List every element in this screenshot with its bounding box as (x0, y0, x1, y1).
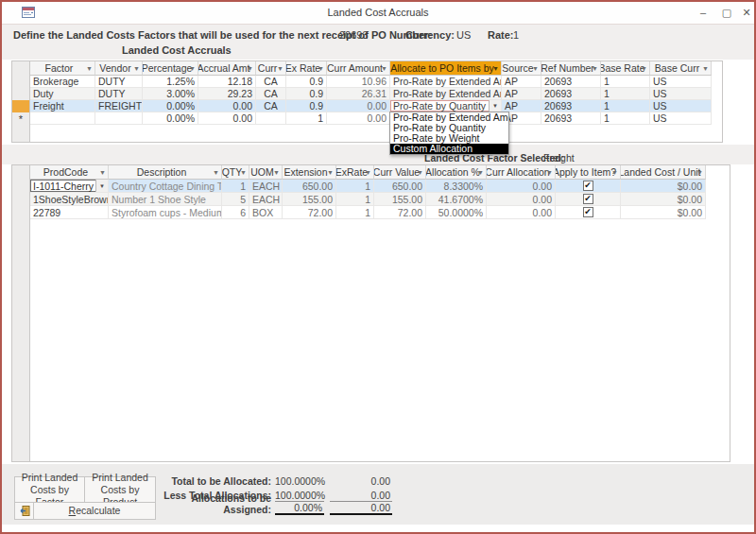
select-all-header[interactable] (12, 61, 30, 76)
col-header-base-rate[interactable]: Base Rate▼ (601, 61, 650, 76)
dropdown-option-custom-allocation[interactable]: Custom Allocation (390, 144, 508, 154)
cell-percentage[interactable]: 0.00% (143, 112, 198, 125)
cell-accrual-amt[interactable]: 0.00 (198, 112, 256, 125)
cell-curr[interactable]: CA (256, 100, 286, 112)
cell-extension[interactable]: 650.00 (283, 180, 336, 193)
dropdown-option-extended-amount[interactable]: Pro-Rate by Extended Amount (390, 112, 508, 123)
currency-value[interactable]: US (456, 29, 471, 41)
cell-allocate[interactable]: Pro-Rate by Extended Amount (390, 76, 502, 88)
cell-prodcode[interactable]: 1ShoeStyleBrownS (30, 193, 109, 206)
cell-uom[interactable]: EACH (249, 193, 283, 206)
cell-source[interactable]: AP (502, 88, 541, 100)
cell-vendor[interactable]: FREIGHT (95, 100, 143, 112)
cell-curr-amount[interactable]: 10.96 (327, 76, 390, 88)
col-header-curr-allocation[interactable]: Curr Allocation▼ (487, 165, 556, 180)
cell-curr-value[interactable]: 72.00 (374, 206, 426, 219)
row-selector[interactable] (12, 206, 30, 219)
col-header-curr-amount[interactable]: Curr Amount▼ (327, 61, 390, 76)
cell-base-rate[interactable]: 1 (601, 76, 650, 88)
cell-accrual-amt[interactable]: 12.18 (198, 76, 256, 88)
cell-curr-value[interactable]: 155.00 (374, 193, 426, 206)
combo-dropdown-button[interactable]: ▼ (489, 100, 501, 112)
apply-checkbox[interactable]: ✔ (583, 181, 593, 191)
col-header-factor[interactable]: Factor▼ (30, 61, 95, 76)
cell-curr-allocation[interactable]: 0.00 (487, 193, 556, 206)
col-header-accrual-amt[interactable]: Accrual Amt▼ (198, 61, 256, 76)
cell-allocation-pct[interactable]: 41.6700% (426, 193, 487, 206)
cell-base-curr[interactable]: US (650, 100, 712, 112)
col-header-ex-rate[interactable]: Ex Rate▼ (286, 61, 327, 76)
cell-description[interactable]: Country Cottage Dining Table (109, 180, 222, 193)
dropdown-option-weight[interactable]: Pro-Rate by Weight (390, 133, 508, 144)
col-header-description[interactable]: Description▼ (109, 165, 222, 180)
col-header-vendor[interactable]: Vendor▼ (95, 61, 143, 76)
cell-uom[interactable]: BOX (249, 206, 283, 219)
col-header-uom[interactable]: UOM▼ (249, 165, 283, 180)
cell-base-rate[interactable]: 1 (601, 112, 650, 125)
cell-curr[interactable] (256, 112, 286, 125)
cell-curr-amount[interactable]: 0.00 (327, 100, 390, 112)
col-header-landed-cost-unit[interactable]: Landed Cost / Unit▼ (621, 165, 706, 180)
cell-vendor[interactable]: DUTY (95, 88, 143, 100)
dropdown-option-quantity[interactable]: Pro-Rate by Quantity (390, 123, 508, 133)
cell-qty[interactable]: 5 (222, 193, 249, 206)
prodcode-combo-box[interactable]: I-1011-Cherry ▼ (30, 180, 109, 193)
apply-checkbox[interactable]: ✔ (583, 194, 593, 204)
recalculate-button[interactable]: Recalculate (33, 502, 156, 520)
po-number-value[interactable]: 20693 (339, 29, 369, 41)
rate-value[interactable]: 1 (513, 29, 519, 41)
row-selector[interactable] (12, 76, 30, 88)
cell-landed-cost-unit[interactable]: $0.00 (621, 206, 706, 219)
cell-factor[interactable]: Brokerage (30, 76, 95, 88)
col-header-curr[interactable]: Curr▼ (256, 61, 286, 76)
col-header-source[interactable]: Source▼ (502, 61, 541, 76)
cell-landed-cost-unit[interactable]: $0.00 (621, 193, 706, 206)
cell-vendor[interactable] (95, 112, 143, 125)
col-header-percentage[interactable]: Percentage▼ (143, 61, 198, 76)
print-costs-by-factor-button[interactable]: Print Landed Costs by Factor (14, 476, 85, 503)
cell-uom[interactable]: EACH (249, 180, 283, 193)
cell-ref-number[interactable]: 20693 (541, 112, 601, 125)
cell-ref-number[interactable]: 20693 (541, 88, 601, 100)
cell-description[interactable]: Number 1 Shoe Style (109, 193, 222, 206)
cell-ref-number[interactable]: 20693 (541, 76, 601, 88)
cell-base-rate[interactable]: 1 (601, 88, 650, 100)
close-button[interactable]: ✕ (739, 5, 754, 20)
cell-ex-rate[interactable]: 0.9 (286, 100, 327, 112)
cell-curr-amount[interactable]: 0.00 (327, 112, 390, 125)
cell-factor[interactable]: Duty (30, 88, 95, 100)
current-row-selector[interactable] (12, 100, 30, 112)
cell-exrate[interactable]: 1 (336, 206, 374, 219)
row-selector[interactable] (12, 193, 30, 206)
cell-percentage[interactable]: 1.25% (143, 76, 198, 88)
cell-curr-value[interactable]: 650.00 (374, 180, 426, 193)
col-header-curr-value[interactable]: Curr Value▼ (374, 165, 426, 180)
print-costs-by-product-button[interactable]: Print Landed Costs by Product (84, 476, 156, 503)
cell-base-curr[interactable]: US (650, 76, 712, 88)
cell-base-curr[interactable]: US (650, 112, 712, 125)
cell-curr-amount[interactable]: 26.31 (327, 88, 390, 100)
cell-allocate[interactable]: Pro-Rate by Extended Amount (390, 88, 502, 100)
col-header-prodcode[interactable]: ProdCode▼ (30, 165, 109, 180)
cell-curr[interactable]: CA (256, 88, 286, 100)
cell-accrual-amt[interactable]: 29.23 (198, 88, 256, 100)
cell-curr[interactable]: CA (256, 76, 286, 88)
exit-button[interactable] (14, 502, 34, 520)
cell-curr-allocation[interactable]: 0.00 (487, 180, 556, 193)
col-header-allocation-pct[interactable]: Allocation %▼ (426, 165, 487, 180)
col-header-base-curr[interactable]: Base Curr▼ (650, 61, 712, 76)
cell-source[interactable]: AP (502, 76, 541, 88)
cell-qty[interactable]: 1 (222, 180, 249, 193)
cell-exrate[interactable]: 1 (336, 193, 374, 206)
cell-prodcode[interactable]: 22789 (30, 206, 109, 219)
col-header-allocate-to-po-items-by[interactable]: Allocate to PO Items by▼ (390, 61, 502, 76)
row-selector[interactable] (12, 88, 30, 100)
cell-curr-allocation[interactable]: 0.00 (487, 206, 556, 219)
new-row-selector[interactable]: * (12, 112, 30, 125)
apply-checkbox[interactable]: ✔ (583, 207, 593, 217)
cell-base-curr[interactable]: US (650, 88, 712, 100)
cell-ref-number[interactable]: 20693 (541, 100, 601, 112)
cell-base-rate[interactable]: 1 (601, 100, 650, 112)
cell-allocation-pct[interactable]: 8.3300% (426, 180, 487, 193)
cell-landed-cost-unit[interactable]: $0.00 (621, 180, 706, 193)
